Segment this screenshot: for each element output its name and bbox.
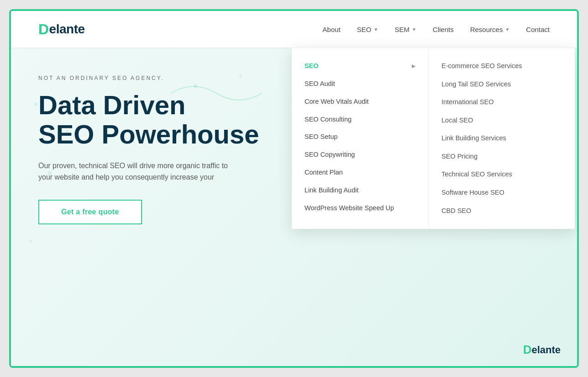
nav-item-sem[interactable]: SEM ▼ [394, 26, 416, 33]
menu-item-core-web-vitals[interactable]: Core Web Vitals Audit [292, 93, 428, 111]
menu-item-local-seo[interactable]: Local SEO [429, 112, 570, 130]
sem-dropdown-arrow: ▼ [412, 27, 416, 32]
megamenu: SEO ▶ SEO Audit Core Web Vitals Audit SE… [292, 48, 575, 229]
nav-links: About SEO ▼ SEM ▼ Clients Resources ▼ Co… [323, 26, 550, 33]
logo-text: elante [49, 22, 85, 37]
navbar: Delante About SEO ▼ SEM ▼ Clients Resour… [11, 11, 577, 48]
hero-subtitle: Our proven, technical SEO will drive mor… [38, 160, 230, 183]
menu-item-seo[interactable]: SEO ▶ [292, 57, 428, 75]
nav-item-clients[interactable]: Clients [433, 26, 454, 33]
menu-item-seo-setup[interactable]: SEO Setup [292, 128, 428, 146]
menu-column-left: SEO ▶ SEO Audit Core Web Vitals Audit SE… [292, 48, 429, 229]
menu-item-arrow: ▶ [412, 63, 415, 69]
logo-d: D [38, 21, 49, 38]
menu-item-long-tail-seo[interactable]: Long Tail SEO Services [429, 75, 570, 94]
logo[interactable]: Delante [38, 21, 85, 38]
menu-item-content-plan[interactable]: Content Plan [292, 164, 428, 181]
menu-column-right: E-commerce SEO Services Long Tail SEO Se… [429, 48, 570, 229]
menu-item-seo-pricing[interactable]: SEO Pricing [429, 148, 570, 166]
nav-item-resources[interactable]: Resources ▼ [470, 26, 510, 33]
menu-item-seo-audit[interactable]: SEO Audit [292, 75, 428, 93]
decorative-dot [29, 239, 32, 243]
menu-item-seo-consulting[interactable]: SEO Consulting [292, 111, 428, 128]
footer-logo: Delante [523, 343, 561, 357]
menu-item-software-house-seo[interactable]: Software House SEO [429, 184, 570, 202]
menu-item-link-building-audit[interactable]: Link Building Audit [292, 181, 428, 199]
cta-button[interactable]: Get a free quote [38, 200, 142, 224]
nav-item-contact[interactable]: Contact [526, 26, 550, 33]
seo-dropdown-arrow: ▼ [374, 27, 378, 32]
hero-title: Data Driven SEO Powerhouse [38, 90, 259, 149]
page-frame: Delante About SEO ▼ SEM ▼ Clients Resour… [9, 9, 579, 368]
menu-item-cbd-seo[interactable]: CBD SEO [429, 202, 570, 220]
nav-item-about[interactable]: About [323, 26, 341, 33]
footer-logo-text: elante [531, 344, 561, 356]
hero-tag: NOT AN ORDINARY SEO AGENCY. [38, 75, 259, 81]
menu-item-seo-copywriting[interactable]: SEO Copywriting [292, 146, 428, 164]
resources-dropdown-arrow: ▼ [505, 27, 509, 32]
nav-item-seo[interactable]: SEO ▼ [357, 26, 378, 33]
menu-item-international-seo[interactable]: International SEO [429, 93, 570, 112]
hero-content: NOT AN ORDINARY SEO AGENCY. Data Driven … [38, 48, 259, 224]
menu-item-technical-seo[interactable]: Technical SEO Services [429, 165, 570, 184]
menu-item-ecommerce-seo[interactable]: E-commerce SEO Services [429, 57, 570, 75]
menu-item-link-building-services[interactable]: Link Building Services [429, 129, 570, 148]
decorative-dot [34, 102, 37, 106]
footer-logo-d: D [523, 343, 532, 357]
menu-item-wordpress-speed[interactable]: WordPress Website Speed Up [292, 199, 428, 217]
